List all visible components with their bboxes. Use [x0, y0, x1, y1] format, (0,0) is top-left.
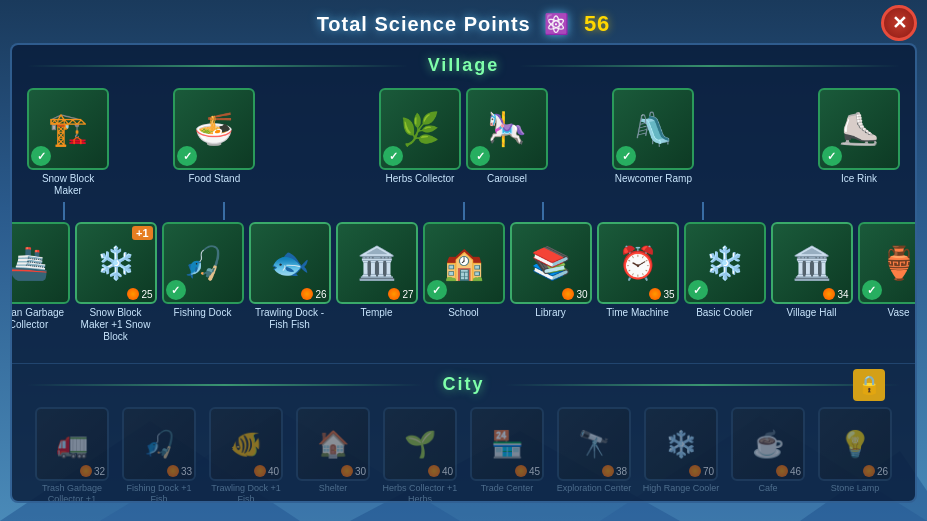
close-button[interactable]: ✕: [881, 5, 917, 41]
card-temple[interactable]: 🏛️ 27 Temple: [336, 222, 418, 319]
card-village-hall[interactable]: 🏛️ 34 Village Hall: [771, 222, 853, 319]
cost-value-library: 30: [576, 289, 587, 300]
cost-val-exploration: 38: [616, 466, 627, 477]
title-text: Total Science Points: [317, 13, 531, 35]
left-line: [27, 65, 408, 67]
cost-icon-trawling2: [254, 465, 266, 477]
ice-rink-label: Ice Rink: [841, 173, 877, 185]
city-card-hrcooler[interactable]: ❄️ 70 High Range Cooler: [640, 407, 722, 494]
vline1: [63, 202, 65, 220]
village-header: Village: [27, 55, 900, 76]
city-box-exploration: 🔭 38: [557, 407, 631, 481]
city-row1: 🚛 32 Trash Garbage Collector +1 Garbage …: [27, 407, 900, 503]
card-snow-plus[interactable]: ❄️ +1 25 Snow Block Maker +1 Snow Block: [75, 222, 157, 343]
cost-shelter: 30: [341, 465, 366, 477]
city-title: City: [423, 374, 505, 395]
cost-value-trawling: 26: [315, 289, 326, 300]
card-fishing-dock[interactable]: 🎣 ✓ Fishing Dock: [162, 222, 244, 319]
card-box-ocean: 🚢 ✓: [10, 222, 70, 304]
card-carousel[interactable]: 🎠 ✓ Carousel: [466, 88, 548, 185]
cost-library: 30: [562, 288, 587, 300]
hrcooler-label: High Range Cooler: [643, 483, 720, 494]
cost-val-trawling2: 40: [268, 466, 279, 477]
card-box-cooler: ❄️ ✓: [684, 222, 766, 304]
card-herbs-collector[interactable]: 🌿 ✓ Herbs Collector: [379, 88, 461, 185]
card-food-stand[interactable]: 🍜 ✓ Food Stand: [173, 88, 255, 185]
cost-icon-exploration: [602, 465, 614, 477]
lamp-icon: 💡: [839, 429, 871, 460]
vase-label: Vase: [887, 307, 909, 319]
city-card-trawling2[interactable]: 🐠 40 Trawling Dock +1 Fish: [205, 407, 287, 503]
card-box-library: 📚 30: [510, 222, 592, 304]
city-box-hrcooler: ❄️ 70: [644, 407, 718, 481]
cost-val-shelter: 30: [355, 466, 366, 477]
plus-badge-snow: +1: [132, 226, 153, 240]
cost-icon-hrcooler: [689, 465, 701, 477]
science-icon: ⚛️: [543, 10, 571, 38]
card-trawling[interactable]: 🐟 26 Trawling Dock - Fish Fish: [249, 222, 331, 331]
card-time-machine[interactable]: ⏰ 35 Time Machine: [597, 222, 679, 319]
vline3: [463, 202, 465, 220]
card-ice-rink[interactable]: ⛸️ ✓ Ice Rink: [818, 88, 900, 185]
card-newcomer-ramp[interactable]: 🛝 ✓ Newcomer Ramp: [612, 88, 694, 185]
cost-vh: 34: [823, 288, 848, 300]
check-school: ✓: [427, 280, 447, 300]
library-label: Library: [535, 307, 566, 319]
cost-hrcooler: 70: [689, 465, 714, 477]
card-snow-block-maker[interactable]: 🏗️ ✓ Snow Block Maker: [27, 88, 109, 197]
city-card-trade[interactable]: 🏪 45 Trade Center: [466, 407, 548, 494]
cost-icon-trade: [515, 465, 527, 477]
herbs2-icon: 🌱: [404, 429, 436, 460]
city-card-cafe[interactable]: ☕ 46 Cafe: [727, 407, 809, 494]
cost-lamp: 26: [863, 465, 888, 477]
city-card-exploration[interactable]: 🔭 38 Exploration Center: [553, 407, 635, 494]
city-card-herbs2[interactable]: 🌱 40 Herbs Collector +1 Herbs: [379, 407, 461, 503]
vline4: [542, 202, 544, 220]
cost-trawling: 26: [301, 288, 326, 300]
card-box-herbs: 🌿 ✓: [379, 88, 461, 170]
scroll-area[interactable]: Village 🏗️ ✓ Snow Block Maker 🍜 ✓: [10, 43, 917, 503]
cost-exploration: 38: [602, 465, 627, 477]
herbs2-label: Herbs Collector +1 Herbs: [380, 483, 460, 503]
check-carousel: ✓: [470, 146, 490, 166]
card-ocean-garbage[interactable]: 🚢 ✓ Ocean Garbage Collector: [10, 222, 70, 331]
temple-icon: 🏛️: [348, 234, 406, 292]
city-box-shelter: 🏠 30: [296, 407, 370, 481]
fishing2-label: Fishing Dock +1 Fish: [119, 483, 199, 503]
card-school[interactable]: 🏫 ✓ School: [423, 222, 505, 319]
page-title: Total Science Points ⚛️ 56: [317, 10, 611, 38]
cost-val-fishing2: 33: [181, 466, 192, 477]
ocean-label: Ocean Garbage Collector: [10, 307, 70, 331]
city-box-lamp: 💡 26: [818, 407, 892, 481]
city-card-fishing2[interactable]: 🎣 33 Fishing Dock +1 Fish: [118, 407, 200, 503]
card-library[interactable]: 📚 30 Library: [510, 222, 592, 319]
card-vase[interactable]: 🏺 ✓ Vase: [858, 222, 918, 319]
cost-icon-trawling: [301, 288, 313, 300]
trawling2-label: Trawling Dock +1 Fish: [206, 483, 286, 503]
snow-plus-icon: ❄️: [87, 234, 145, 292]
cost-trade: 45: [515, 465, 540, 477]
cost-icon-cafe: [776, 465, 788, 477]
city-card-stone-lamp[interactable]: 💡 26 Stone Lamp: [814, 407, 896, 494]
vh-icon: 🏛️: [783, 234, 841, 292]
lock-icon: 🔒: [853, 369, 885, 401]
card-basic-cooler[interactable]: ❄️ ✓ Basic Cooler: [684, 222, 766, 319]
temple-label: Temple: [360, 307, 392, 319]
city-card-shelter[interactable]: 🏠 30 Shelter: [292, 407, 374, 494]
snow-block-maker-label: Snow Block Maker: [27, 173, 109, 197]
card-box-vh: 🏛️ 34: [771, 222, 853, 304]
city-header: City 🔒: [27, 374, 900, 395]
city-box-trade: 🏪 45: [470, 407, 544, 481]
trash-label: Trash Garbage Collector +1 Garbage: [32, 483, 112, 503]
cost-icon-lamp: [863, 465, 875, 477]
trawling2-icon: 🐠: [230, 429, 262, 460]
hrcooler-icon: ❄️: [665, 429, 697, 460]
trade-label: Trade Center: [481, 483, 534, 494]
right-line: [519, 65, 900, 67]
card-box-trawling: 🐟 26: [249, 222, 331, 304]
cooler-label: Basic Cooler: [696, 307, 753, 319]
city-card-trash[interactable]: 🚛 32 Trash Garbage Collector +1 Garbage: [31, 407, 113, 503]
cost-trash: 32: [80, 465, 105, 477]
close-icon: ✕: [892, 12, 907, 34]
village-row2: 🚢 ✓ Ocean Garbage Collector ❄️ +1 25 Sno…: [27, 222, 900, 343]
